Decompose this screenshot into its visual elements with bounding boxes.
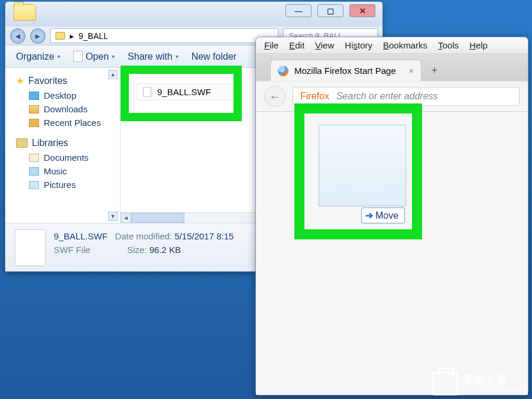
scroll-left-button[interactable]: ◄ — [121, 213, 131, 223]
browser-tab[interactable]: Mozilla Firefox Start Page × — [270, 60, 421, 81]
menu-view[interactable]: View — [315, 40, 334, 50]
menu-history[interactable]: History — [345, 40, 372, 50]
nav-scroll-down[interactable]: ▼ — [108, 212, 118, 221]
menu-help[interactable]: Help — [469, 40, 488, 50]
status-file-icon — [15, 229, 46, 266]
browser-content[interactable]: ➔ Move — [256, 112, 528, 395]
url-placeholder: Search or enter address — [336, 91, 438, 102]
nav-scroll-up[interactable]: ▲ — [108, 70, 118, 79]
nav-desktop[interactable]: Desktop — [12, 89, 118, 102]
share-menu[interactable]: Share with▾ — [128, 51, 179, 62]
open-menu[interactable]: Open▾ — [73, 51, 115, 62]
star-icon: ★ — [16, 75, 24, 86]
file-name: 9_BALL.SWF — [157, 87, 211, 97]
file-icon — [143, 87, 151, 97]
status-size-label: Size: — [127, 245, 147, 255]
maximize-button[interactable]: ▢ — [317, 4, 343, 17]
nav-recent-places[interactable]: Recent Places — [12, 116, 118, 129]
drag-ghost — [319, 125, 406, 206]
status-size-value: 96.2 KB — [150, 245, 181, 255]
nav-pane[interactable]: ▲ ▼ ★Favorites Desktop Downloads Recent … — [5, 68, 121, 223]
arrow-right-icon: ➔ — [365, 210, 373, 221]
minimize-button[interactable]: — — [286, 4, 312, 17]
scroll-thumb[interactable] — [131, 213, 184, 223]
address-folder-name: 9_BALL — [79, 31, 108, 41]
watermark: 系统之家 XITONGZHIJIA.NET — [432, 372, 527, 395]
menu-edit[interactable]: Edit — [289, 40, 304, 50]
status-modified-value: 5/15/2017 8:15 — [174, 231, 233, 241]
url-brand: Firefox — [300, 91, 329, 102]
nav-documents[interactable]: Documents — [12, 151, 118, 164]
address-chevron: ▸ — [70, 31, 74, 41]
firefox-logo-icon — [278, 66, 288, 76]
recent-places-icon — [29, 119, 39, 127]
firefox-menubar: File Edit View History Bookmarks Tools H… — [256, 37, 528, 54]
explorer-titlebar[interactable]: — ▢ ✕ — [5, 2, 382, 27]
menu-tools[interactable]: Tools — [438, 40, 459, 50]
close-button[interactable]: ✕ — [349, 4, 375, 17]
browser-back-button[interactable]: ← — [264, 86, 286, 107]
music-icon — [29, 167, 39, 176]
libraries-icon — [16, 138, 28, 148]
status-filename: 9_BALL.SWF — [54, 231, 108, 241]
status-filetype: SWF File — [54, 245, 90, 255]
nav-pictures[interactable]: Pictures — [12, 178, 118, 192]
file-item[interactable]: 9_BALL.SWF — [137, 83, 233, 100]
status-modified-label: Date modified: — [115, 231, 172, 241]
documents-icon — [29, 154, 39, 162]
nav-back-button[interactable]: ◄ — [10, 28, 25, 44]
nav-forward-button[interactable]: ► — [30, 28, 46, 44]
nav-music[interactable]: Music — [12, 164, 118, 178]
libraries-header[interactable]: Libraries — [16, 138, 118, 148]
watermark-logo-icon — [432, 372, 458, 395]
new-folder-button[interactable]: New folder — [192, 51, 236, 62]
tab-title: Mozilla Firefox Start Page — [294, 66, 396, 76]
blank-file-icon — [73, 51, 83, 62]
firefox-window: File Edit View History Bookmarks Tools H… — [255, 37, 528, 395]
menu-file[interactable]: File — [264, 40, 278, 50]
favorites-header[interactable]: ★Favorites — [16, 75, 118, 86]
watermark-line2: XITONGZHIJIA.NET — [463, 386, 527, 393]
tab-close-button[interactable]: × — [408, 66, 414, 76]
folder-icon — [14, 4, 36, 21]
desktop-icon — [29, 92, 39, 100]
new-tab-button[interactable]: + — [425, 62, 444, 79]
tab-strip: Mozilla Firefox Start Page × + — [256, 54, 528, 81]
address-field[interactable]: ▸ 9_BALL — [50, 28, 278, 43]
drag-tooltip: ➔ Move — [361, 207, 405, 223]
folder-small-icon — [56, 32, 65, 40]
organize-menu[interactable]: Organize▾ — [16, 51, 60, 62]
nav-downloads[interactable]: Downloads — [12, 102, 118, 116]
downloads-icon — [29, 105, 39, 113]
menu-bookmarks[interactable]: Bookmarks — [383, 40, 427, 50]
watermark-line1: 系统之家 — [463, 374, 527, 387]
pictures-icon — [29, 181, 39, 189]
drag-tooltip-label: Move — [375, 210, 398, 221]
